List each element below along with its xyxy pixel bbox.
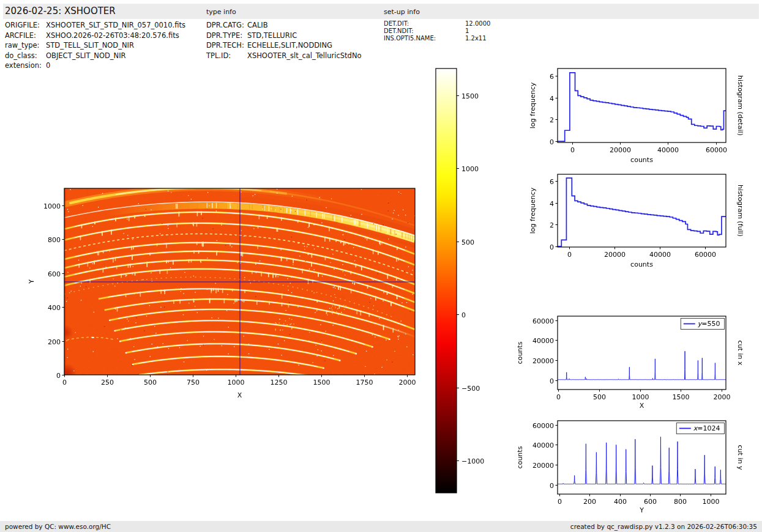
type-info-block: DPR.CATG:CALIB DPR.TYPE:STD,TELLURIC DPR… <box>206 20 362 61</box>
setup-info-row: DET.DIT:12.0000 <box>384 20 490 28</box>
cut-in-x-plot <box>517 309 762 422</box>
colorbar <box>428 61 496 501</box>
setup-info-row: INS.OPTI5.NAME:1.2x11 <box>384 35 490 42</box>
field-label: ARCFILE: <box>5 31 46 41</box>
field-label: DET.DIT: <box>384 20 465 28</box>
field-label: do_class: <box>5 51 46 61</box>
detector-image-plot <box>24 177 428 410</box>
file-info-row: extension:0 <box>5 61 185 71</box>
type-info-heading: type info <box>206 8 236 16</box>
file-info-row: do_class:OBJECT_SLIT_NOD_NIR <box>5 51 185 61</box>
setup-info-heading: set-up info <box>384 8 420 16</box>
page-title: 2026-02-25: XSHOOTER <box>5 6 116 17</box>
field-value: XSHOOTER_SLT_STD_NIR_057_0010.fits <box>46 21 185 29</box>
type-info-row: DPR.CATG:CALIB <box>206 20 362 31</box>
qc-report-page: { "header": { "title": "2026-02-25: XSHO… <box>0 0 762 532</box>
field-value: XSHOOTER_slt_cal_TelluricStdNo <box>247 51 362 60</box>
histogram-detail-plot <box>517 61 762 174</box>
histogram-full-plot <box>517 166 762 279</box>
field-value: 0 <box>46 61 50 70</box>
setup-info-row: DET.NDIT:1 <box>384 28 490 35</box>
file-info-row: ARCFILE:XSHOO.2026-02-26T03:48:20.576.fi… <box>5 31 185 41</box>
field-value: OBJECT_SLIT_NOD_NIR <box>46 51 126 60</box>
field-value: STD_TELL_SLIT_NOD_NIR <box>46 41 134 50</box>
field-value: 12.0000 <box>465 20 490 27</box>
field-value: 1 <box>465 28 469 34</box>
field-value: ECHELLE,SLIT,NODDING <box>247 41 332 50</box>
setup-info-block: DET.DIT:12.0000 DET.NDIT:1 INS.OPTI5.NAM… <box>384 20 490 42</box>
type-info-row: TPL.ID:XSHOOTER_slt_cal_TelluricStdNo <box>206 51 362 61</box>
type-info-row: DPR.TECH:ECHELLE,SLIT,NODDING <box>206 40 362 51</box>
field-label: DET.NDIT: <box>384 28 465 35</box>
field-label: TPL.ID: <box>206 51 247 61</box>
field-label: ORIGFILE: <box>5 20 46 31</box>
field-value: STD,TELLURIC <box>247 31 297 40</box>
field-label: INS.OPTI5.NAME: <box>384 35 465 42</box>
field-label: DPR.TYPE: <box>206 31 247 41</box>
field-label: extension: <box>5 61 46 71</box>
field-value: 1.2x11 <box>465 35 487 42</box>
cut-in-y-plot <box>517 413 762 526</box>
field-label: DPR.CATG: <box>206 20 247 31</box>
file-info-row: raw_type:STD_TELL_SLIT_NOD_NIR <box>5 40 185 51</box>
footer-right-text: created by qc_rawdisp.py v1.2.3 on 2026-… <box>570 523 757 530</box>
type-info-row: DPR.TYPE:STD,TELLURIC <box>206 31 362 41</box>
field-value: CALIB <box>247 21 268 29</box>
field-label: raw_type: <box>5 40 46 51</box>
header-bar <box>3 4 759 19</box>
file-info-row: ORIGFILE:XSHOOTER_SLT_STD_NIR_057_0010.f… <box>5 20 185 31</box>
field-label: DPR.TECH: <box>206 40 247 51</box>
file-info-block: ORIGFILE:XSHOOTER_SLT_STD_NIR_057_0010.f… <box>5 20 185 71</box>
field-value: XSHOO.2026-02-26T03:48:20.576.fits <box>46 31 179 40</box>
footer-left-text: powered by QC: www.eso.org/HC <box>5 523 111 530</box>
